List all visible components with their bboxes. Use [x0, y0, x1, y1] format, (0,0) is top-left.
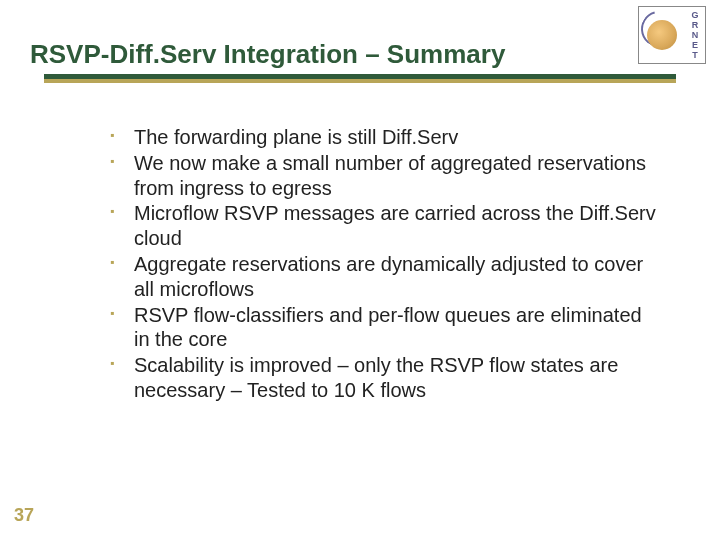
- grnet-logo: G R N E T: [638, 6, 706, 64]
- logo-letter: T: [692, 50, 698, 60]
- bullet-list: The forwarding plane is still Diff.Serv …: [108, 125, 660, 403]
- page-number: 37: [14, 505, 34, 526]
- title-rule-light: [44, 79, 676, 83]
- bullet-text: The forwarding plane is still Diff.Serv: [134, 126, 458, 148]
- logo-letter: R: [692, 20, 699, 30]
- bullet-item: Aggregate reservations are dynamically a…: [108, 252, 660, 302]
- bullet-item: We now make a small number of aggregated…: [108, 151, 660, 201]
- bullet-item: RSVP flow-classifiers and per-flow queue…: [108, 303, 660, 353]
- bullet-item: The forwarding plane is still Diff.Serv: [108, 125, 660, 150]
- logo-letters: G R N E T: [685, 7, 705, 63]
- logo-emblem: [639, 7, 685, 63]
- slide-title: RSVP-Diff.Serv Integration – Summary: [30, 39, 505, 70]
- content-area: The forwarding plane is still Diff.Serv …: [108, 125, 660, 404]
- bullet-item: Microflow RSVP messages are carried acro…: [108, 201, 660, 251]
- logo-letter: G: [691, 10, 698, 20]
- bullet-text: RSVP flow-classifiers and per-flow queue…: [134, 304, 642, 351]
- logo-letter: E: [692, 40, 698, 50]
- bullet-item: Scalability is improved – only the RSVP …: [108, 353, 660, 403]
- bullet-text: Microflow RSVP messages are carried acro…: [134, 202, 656, 249]
- slide: G R N E T RSVP-Diff.Serv Integration – S…: [0, 0, 720, 540]
- bullet-text: Aggregate reservations are dynamically a…: [134, 253, 643, 300]
- bullet-text: Scalability is improved – only the RSVP …: [134, 354, 618, 401]
- logo-globe-icon: [647, 20, 677, 50]
- bullet-text: We now make a small number of aggregated…: [134, 152, 646, 199]
- logo-letter: N: [692, 30, 699, 40]
